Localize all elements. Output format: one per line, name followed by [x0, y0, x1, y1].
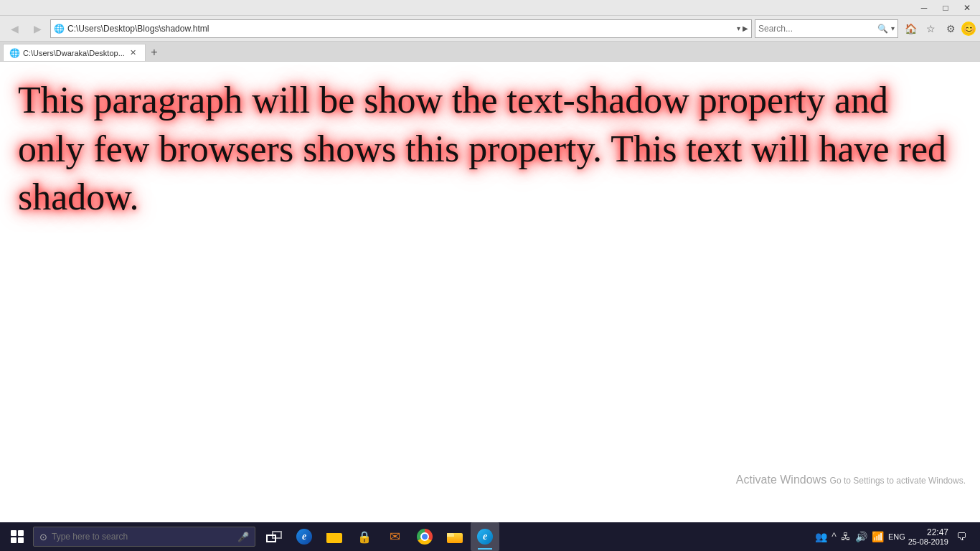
wifi-icon[interactable]: 📶	[872, 531, 884, 542]
taskbar-search: ⊙ 🎤	[33, 527, 255, 547]
language-label: ENG	[888, 532, 905, 541]
tab-close-button[interactable]: ✕	[128, 47, 139, 59]
lock-icon: 🔒	[357, 529, 372, 545]
taskbar-apps: e 🔒 ✉ e	[260, 522, 499, 551]
tab-bar: 🌐 C:\Users\Dwaraka\Desktop... ✕ +	[0, 42, 980, 62]
tv-rect2	[272, 531, 282, 539]
search-dropdown-icon[interactable]: ▾	[891, 24, 895, 32]
folder-body	[326, 533, 342, 543]
address-input[interactable]	[67, 24, 734, 34]
back-button[interactable]: ◀	[4, 19, 24, 39]
start-button[interactable]	[3, 522, 32, 551]
start-icon	[11, 530, 24, 543]
maximize-button[interactable]: □	[936, 1, 956, 14]
tab-favicon: 🌐	[9, 48, 20, 58]
address-bar-container: 🌐 ▾ ▶	[50, 19, 752, 38]
search-button[interactable]: 🔍	[877, 24, 888, 34]
taskbar-ie-button[interactable]: e	[290, 522, 319, 551]
network-icon[interactable]: 🖧	[841, 531, 851, 542]
forward-button[interactable]: ▶	[27, 19, 47, 39]
minimize-button[interactable]: ─	[914, 1, 934, 14]
ie-taskbar-icon: e	[296, 529, 312, 545]
nav-bar: ◀ ▶ 🌐 ▾ ▶ 🔍 ▾ 🏠 ☆ ⚙ 😊	[0, 16, 980, 42]
address-dropdown-icon[interactable]: ▾ ▶	[737, 24, 748, 32]
folder-yellow-tab	[447, 533, 454, 537]
volume-icon[interactable]: 🔊	[855, 531, 867, 542]
home-button[interactable]: 🏠	[901, 19, 920, 38]
taskbar-right: 👥 ^ 🖧 🔊 📶 ENG 22:47 25-08-2019 🗨	[815, 527, 977, 547]
favorites-button[interactable]: ☆	[921, 19, 940, 38]
ie-active-icon: e	[477, 529, 493, 545]
active-tab[interactable]: 🌐 C:\Users\Dwaraka\Desktop... ✕	[3, 44, 146, 61]
start-icon-sq3	[11, 537, 17, 543]
toolbar-icons: 🏠 ☆ ⚙ 😊	[901, 19, 976, 38]
folder-icon	[326, 530, 342, 543]
task-view-button[interactable]	[260, 522, 288, 551]
mail-button[interactable]: ✉	[380, 522, 409, 551]
people-icon[interactable]: 👥	[815, 531, 827, 542]
file-explorer-button[interactable]	[320, 522, 349, 551]
shadow-paragraph: This paragraph will be show the text-sha…	[18, 76, 951, 222]
close-button[interactable]: ✕	[957, 1, 977, 14]
title-bar: ─ □ ✕	[0, 0, 980, 16]
title-bar-buttons: ─ □ ✕	[914, 1, 977, 14]
taskbar-ie-active-button[interactable]: e	[471, 522, 499, 551]
taskbar-search-icon: ⊙	[39, 532, 47, 542]
start-icon-sq2	[18, 530, 24, 536]
clock-time: 22:47	[908, 527, 948, 537]
search-container: 🔍 ▾	[755, 19, 898, 38]
microphone-icon[interactable]: 🎤	[237, 532, 249, 542]
folder-yellow-icon	[447, 530, 463, 543]
tab-label: C:\Users\Dwaraka\Desktop...	[23, 49, 125, 57]
taskbar-search-input[interactable]	[52, 532, 233, 542]
settings-button[interactable]: ⚙	[941, 19, 960, 38]
new-tab-button[interactable]: +	[146, 44, 163, 61]
activate-line2: Go to Settings to activate Windows.	[830, 476, 966, 486]
clock-date: 25-08-2019	[908, 537, 948, 546]
clock[interactable]: 22:47 25-08-2019	[908, 527, 948, 546]
emoji-icon: 😊	[961, 22, 976, 36]
taskbar: ⊙ 🎤 e 🔒 ✉	[0, 522, 980, 551]
system-tray: 👥 ^ 🖧 🔊 📶 ENG	[815, 531, 905, 542]
address-favicon: 🌐	[54, 24, 65, 34]
start-icon-sq1	[11, 530, 17, 536]
chevron-up-icon[interactable]: ^	[831, 531, 837, 542]
browser-content: This paragraph will be show the text-sha…	[0, 62, 980, 522]
chrome-icon	[417, 529, 433, 545]
activate-line1: Activate Windows	[736, 474, 826, 486]
start-icon-sq4	[18, 537, 24, 543]
notification-button[interactable]: 🗨	[951, 527, 971, 547]
chrome-button[interactable]	[410, 522, 439, 551]
activate-windows-watermark: Activate Windows Go to Settings to activ…	[736, 474, 966, 486]
task-view-icon	[266, 531, 282, 542]
mail-icon: ✉	[387, 529, 402, 545]
folder-yellow-button[interactable]	[440, 522, 469, 551]
search-input[interactable]	[758, 24, 875, 34]
security-button[interactable]: 🔒	[350, 522, 379, 551]
